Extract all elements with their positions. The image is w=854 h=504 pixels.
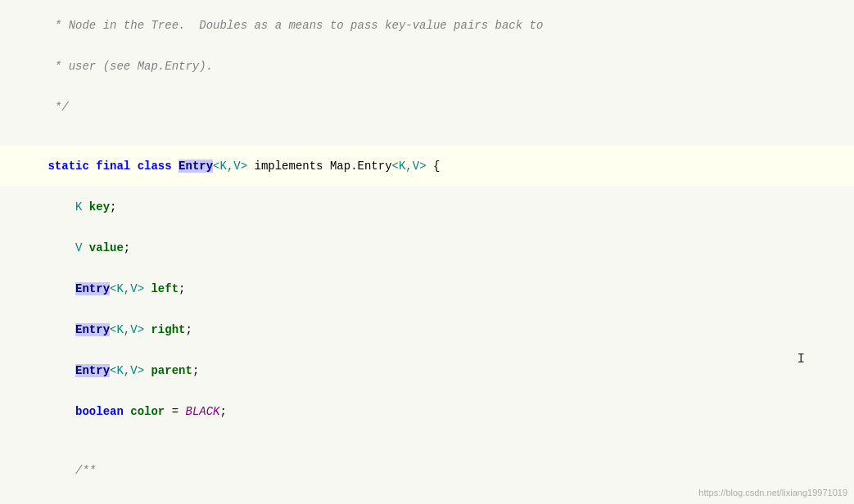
code-container: * Node in the Tree. Doubles as a means t…	[0, 0, 854, 504]
code-line-13: /**	[0, 450, 854, 491]
code-line-5: static final class Entry<K,V> implements…	[0, 146, 854, 187]
watermark: https://blog.csdn.net/lixiang19971019	[698, 488, 847, 497]
comment-open-2: /**	[47, 464, 96, 477]
open-brace-class: {	[427, 160, 441, 173]
keyword-static: static	[47, 160, 96, 173]
field-v-value: V value;	[47, 241, 130, 254]
text-cursor: I	[797, 352, 805, 367]
field-k-key: K key;	[47, 200, 116, 214]
code-line-7: V value;	[0, 227, 854, 268]
code-line-3: */	[0, 87, 854, 128]
comment-text-3: */	[47, 101, 68, 114]
code-line-4	[0, 128, 854, 146]
code-line-11: boolean color = BLACK;	[0, 391, 854, 432]
comment-text-2: * user (see Map.Entry).	[47, 60, 213, 73]
class-entry: Entry	[178, 160, 213, 173]
implements-text: implements	[247, 160, 330, 173]
code-line-1: * Node in the Tree. Doubles as a means t…	[0, 5, 854, 46]
field-entry-parent: Entry<K,V> parent;	[47, 364, 199, 377]
comment-text-1: * Node in the Tree. Doubles as a means t…	[47, 19, 543, 32]
map-entry: Map.Entry	[330, 160, 392, 173]
code-line-12	[0, 432, 854, 450]
field-entry-left: Entry<K,V> left;	[47, 282, 185, 295]
code-line-8: Entry<K,V> left;	[0, 268, 854, 309]
field-entry-right: Entry<K,V> right;	[47, 323, 192, 336]
field-boolean-color: boolean color = BLACK;	[47, 405, 226, 418]
code-line-9: Entry<K,V> right;	[0, 309, 854, 350]
type-params-2: <K,V>	[392, 160, 427, 173]
type-params-1: <K,V>	[213, 160, 247, 173]
code-line-10: Entry<K,V> parent;	[0, 350, 854, 391]
code-line-6: K key;	[0, 187, 854, 227]
keyword-class: class	[138, 160, 178, 173]
code-line-2: * user (see Map.Entry).	[0, 46, 854, 87]
keyword-final: final	[96, 160, 137, 173]
